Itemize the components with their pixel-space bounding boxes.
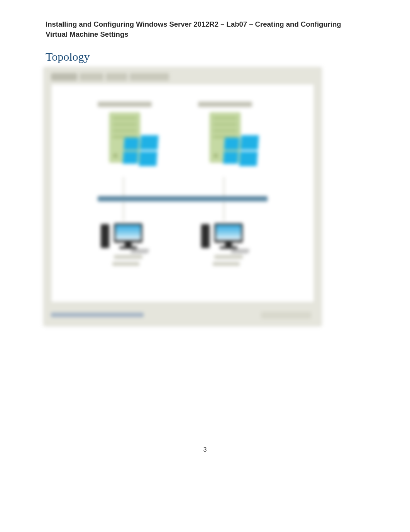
vm-node-label [198, 102, 252, 107]
keyboard-icon [130, 249, 149, 253]
host-label [112, 262, 139, 266]
diagram-canvas [51, 84, 314, 303]
server-icon [210, 112, 241, 163]
topology-diagram [44, 67, 322, 326]
network-connector [123, 177, 124, 196]
keyboard-icon [230, 249, 250, 253]
network-bus [98, 196, 268, 202]
diagram-tab [130, 73, 169, 81]
server-icon [109, 112, 140, 163]
network-connector [224, 202, 224, 221]
diagram-tab [51, 73, 77, 81]
network-connector [123, 202, 124, 221]
windows-logo-icon [122, 135, 159, 166]
vm-node [98, 102, 152, 163]
host-label [213, 262, 240, 266]
windows-logo-icon [223, 135, 260, 166]
document-header-title: Installing and Configuring Windows Serve… [46, 19, 364, 39]
pc-tower-icon [101, 224, 109, 248]
diagram-tab [106, 73, 127, 81]
diagram-footer-control [261, 312, 311, 319]
diagram-tab [80, 73, 103, 81]
vm-node-label [98, 102, 152, 107]
network-connector [224, 177, 224, 196]
vm-node [198, 102, 252, 163]
page-number: 3 [0, 446, 410, 453]
diagram-footer-link [51, 313, 144, 317]
diagram-tabs [44, 68, 321, 85]
section-heading-topology: Topology [46, 50, 364, 63]
pc-tower-icon [201, 224, 210, 248]
